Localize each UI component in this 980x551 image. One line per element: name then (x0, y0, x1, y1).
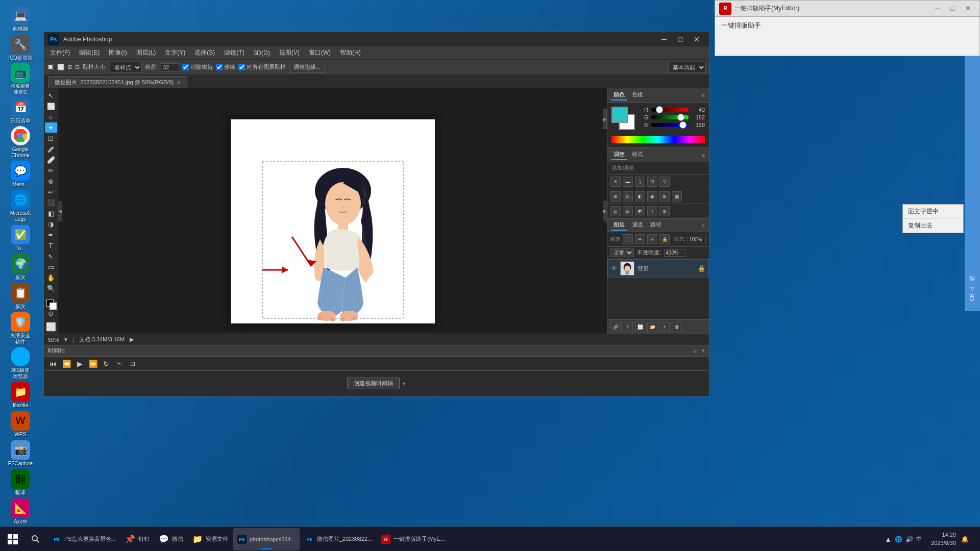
tool-lasso[interactable]: ○ (45, 112, 57, 122)
tolerance-input[interactable] (161, 63, 179, 71)
start-button[interactable] (0, 527, 26, 552)
style-tab[interactable]: 样式 (630, 149, 645, 160)
tool-gradient[interactable]: ◧ (45, 208, 57, 218)
add-layer-style[interactable]: f (623, 322, 633, 332)
tool-history-brush[interactable]: ↩ (45, 187, 57, 197)
icon-huorong[interactable]: 🛡️ 火绒安全软件 (2, 312, 39, 345)
link-layers[interactable]: 🔗 (610, 322, 621, 332)
timeline-collapse[interactable]: ▾ (702, 347, 705, 354)
r-slider[interactable] (651, 108, 689, 112)
adjustments-tab[interactable]: 调整 (611, 149, 627, 160)
play-loop[interactable]: ↻ (101, 359, 111, 369)
adj-invert[interactable]: ⊡ (610, 206, 621, 216)
icon-todo[interactable]: ✅ To... (2, 224, 39, 252)
play-prev-frame[interactable]: ⏪ (61, 359, 71, 369)
create-timeline-button[interactable]: 创建视频时间轴 (347, 378, 400, 389)
adj-vibrance[interactable]: ▽ (659, 177, 670, 187)
adj-panel-menu[interactable]: ≡ (702, 152, 705, 158)
workspace-select[interactable]: 基本功能 (668, 62, 706, 73)
ps-restore-button[interactable]: □ (672, 33, 689, 45)
adj-photo-filter[interactable]: ◉ (647, 191, 657, 202)
play-first-frame[interactable]: ⏮ (48, 359, 58, 369)
icon-translate[interactable]: 翻 翻译 (2, 469, 39, 496)
tool-option-icon3[interactable]: ⊞ (67, 64, 72, 70)
adj-color-lookup[interactable]: ▦ (672, 191, 682, 202)
icon-messenger[interactable]: 💬 Mess... (2, 161, 39, 188)
adj-gradient-map[interactable]: T (647, 206, 657, 216)
adj-brightness[interactable]: ☀ (610, 177, 621, 187)
menu-select[interactable]: 选择(S) (190, 47, 219, 58)
create-group[interactable]: 📁 (647, 322, 657, 332)
zoom-dropdown[interactable]: ▾ (64, 336, 67, 343)
all-layers-checkbox[interactable]: 对所有图层取样 (238, 63, 286, 71)
status-dropdown[interactable]: ▶ (130, 336, 134, 343)
taskbar-ime[interactable]: 中 (916, 535, 922, 543)
create-timeline-dropdown[interactable]: ▾ (403, 380, 406, 387)
taskbar-files[interactable]: 📁 资源文件 (188, 528, 232, 550)
adj-bw[interactable]: ◧ (635, 191, 645, 202)
icon-network[interactable]: 🌍 腻次 (2, 254, 39, 281)
menu-layer[interactable]: 图层(L) (132, 47, 160, 58)
convert-frames[interactable]: ⊡ (128, 359, 138, 369)
ps-minimize-button[interactable]: ─ (656, 33, 672, 45)
tool-move[interactable]: ↖ (45, 90, 57, 101)
taskbar-volume[interactable]: 🔊 (905, 536, 913, 543)
taskbar-network[interactable]: 🌐 (895, 536, 902, 543)
ps-canvas-area[interactable]: ◀ (58, 88, 607, 334)
menu-view[interactable]: 视图(V) (275, 47, 304, 58)
myeditor-restore[interactable]: □ (945, 2, 960, 15)
adj-channel-mixer[interactable]: ⊞ (659, 191, 670, 202)
tool-shape[interactable]: ▭ (45, 262, 57, 272)
foreground-color-swatch[interactable] (611, 107, 628, 123)
tool-text[interactable]: T (45, 240, 57, 251)
lock-all[interactable]: 🔒 (659, 234, 670, 244)
taskbar-arrow-up[interactable]: ▲ (885, 535, 892, 543)
menu-image[interactable]: 图像(I) (105, 47, 131, 58)
tool-eyedropper[interactable]: 💉 (45, 144, 57, 154)
tool-brush[interactable]: ✏ (45, 165, 57, 176)
float-menu-item-2[interactable]: 复制出去 (903, 219, 963, 233)
myeditor-minimize[interactable]: ─ (929, 2, 945, 15)
tab-close-button[interactable]: × (177, 79, 181, 86)
swatches-tab[interactable]: 色板 (630, 90, 645, 101)
play-button[interactable]: ▶ (75, 359, 85, 369)
taskbar-photo[interactable]: Ps 微信图片_20230822... (301, 528, 376, 550)
channels-tab[interactable]: 通道 (630, 220, 645, 231)
menu-window[interactable]: 窗口(W) (305, 47, 335, 58)
ps-close-button[interactable]: ✕ (689, 33, 705, 45)
menu-filter[interactable]: 滤镜(T) (220, 47, 248, 58)
tool-dodge[interactable]: ◑ (45, 219, 57, 229)
taskbar-photoshop-main[interactable]: Ps photoshopcs664... (233, 528, 300, 550)
continuous-checkbox[interactable]: 连续 (216, 63, 235, 71)
tool-eraser[interactable]: ⬛ (45, 197, 57, 208)
icon-filezilla[interactable]: 📁 filezilla (2, 382, 39, 409)
tool-pen[interactable]: ✒ (45, 230, 57, 240)
layers-menu[interactable]: ≡ (702, 222, 705, 229)
taskbar-search[interactable] (26, 527, 46, 552)
tool-hand[interactable]: ✋ (45, 272, 57, 283)
b-slider[interactable] (651, 123, 689, 127)
anti-alias-checkbox[interactable]: 消除锯齿 (182, 63, 213, 71)
icon-wps[interactable]: W WPS (2, 411, 39, 438)
timeline-menu[interactable]: ≡ (694, 348, 697, 354)
icon-chrome[interactable]: GoogleChrome (2, 126, 39, 159)
taskbar-notifications[interactable]: 🔔 (961, 536, 969, 543)
icon-edge[interactable]: 🌐 MicrosoftEdge (2, 190, 39, 222)
panel-collapse-left[interactable]: ◀ (58, 201, 62, 221)
icon-fscapture[interactable]: 📸 FSCapture (2, 440, 39, 467)
icon-360browser[interactable]: 🌐 360极速浏览器 (2, 347, 39, 380)
g-slider[interactable] (651, 115, 689, 119)
taskbar-dingtalk[interactable]: 📌 钉钉 (121, 528, 154, 550)
ps-image-tab[interactable]: 微信图片_20230822102451.jpg @ 50%(RGB/8) × (48, 76, 187, 88)
icon-my-computer[interactable]: 💻 此电脑 (2, 5, 39, 32)
color-tab[interactable]: 颜色 (611, 90, 627, 101)
tool-option-icon1[interactable]: 🔲 (47, 64, 54, 70)
tool-path-select[interactable]: ↖ (45, 251, 57, 261)
tool-marquee[interactable]: ⬜ (45, 101, 57, 111)
taskbar-clock[interactable]: 14:20 2023/8/30 (928, 531, 959, 547)
layer-item-background[interactable]: 👁 背景 🔒 (607, 259, 709, 278)
tool-screen-mode[interactable]: ⬜ (45, 321, 57, 332)
tool-crop[interactable]: ⊡ (45, 133, 57, 143)
float-menu-item-1[interactable]: 面文字层中 (903, 205, 963, 219)
layers-tab[interactable]: 图层 (611, 220, 627, 231)
